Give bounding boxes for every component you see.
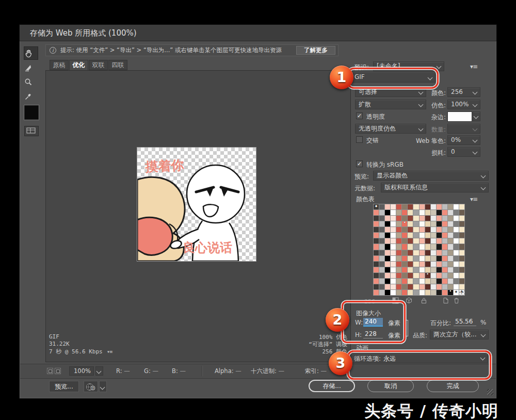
color-swatch[interactable] [391,273,396,278]
color-swatch[interactable] [396,216,401,221]
percent-input[interactable]: 55.56 [454,318,476,326]
color-swatch[interactable] [402,238,407,244]
color-swatch[interactable] [420,290,425,295]
color-swatch[interactable] [459,290,464,295]
color-swatch[interactable] [420,244,425,249]
color-swatch[interactable] [431,238,436,244]
color-swatch[interactable] [420,267,425,272]
color-swatch[interactable] [396,290,401,295]
color-swatch[interactable] [437,238,442,244]
color-swatch[interactable] [454,238,459,244]
color-swatch[interactable] [442,279,447,284]
color-swatch[interactable] [413,290,418,295]
color-swatch[interactable] [396,210,401,215]
web-snap-dropdown[interactable]: 0% [447,135,480,145]
color-swatch[interactable] [413,238,418,244]
tab-original[interactable]: 原稿 [50,60,69,70]
color-swatch[interactable] [402,250,407,255]
color-swatch[interactable] [402,233,407,238]
color-swatch[interactable] [391,238,396,244]
color-swatch[interactable] [448,210,453,215]
color-swatch[interactable] [385,244,390,249]
color-swatch[interactable] [454,216,459,221]
color-swatch[interactable] [391,233,396,238]
color-swatch[interactable] [420,216,425,221]
color-swatch[interactable] [459,250,464,255]
matte-dropdown-button[interactable] [473,111,480,121]
color-swatch[interactable] [391,227,396,232]
color-swatch[interactable] [425,227,430,232]
color-swatch[interactable] [425,290,430,295]
color-swatch[interactable] [448,250,453,255]
color-swatch[interactable] [396,233,401,238]
color-swatch[interactable] [420,250,425,255]
color-swatch[interactable] [374,290,379,295]
color-swatch[interactable] [442,262,447,267]
color-swatch[interactable] [374,233,379,238]
color-swatch[interactable] [391,216,396,221]
save-button[interactable]: 存储... [309,380,355,392]
metadata-dropdown[interactable]: 版权和联系信息 [381,183,489,192]
srgb-checkbox[interactable]: ✓ [356,160,363,167]
color-swatch[interactable] [408,244,413,249]
color-swatch[interactable] [437,279,442,284]
color-swatch[interactable] [425,210,430,215]
color-swatch[interactable] [413,221,418,227]
color-swatch[interactable] [413,273,418,278]
color-swatch[interactable] [385,227,390,232]
color-swatch[interactable] [420,238,425,244]
color-swatch[interactable] [402,244,407,249]
color-swatch[interactable] [385,204,390,209]
color-swatch[interactable] [391,284,396,289]
color-swatch[interactable] [379,210,384,215]
color-swatch[interactable] [454,279,459,284]
color-swatch[interactable] [425,250,430,255]
color-swatch[interactable] [420,227,425,232]
done-button[interactable]: 完成 [427,380,479,392]
color-swatch[interactable] [408,238,413,244]
color-swatch[interactable] [420,262,425,267]
color-swatch[interactable] [402,204,407,209]
preset-flyout-menu-icon[interactable]: ▾≡ [470,63,477,70]
color-swatch[interactable] [431,216,436,221]
color-swatch[interactable] [385,238,390,244]
color-swatch[interactable] [420,221,425,227]
tab-4up[interactable]: 四联 [108,60,127,70]
color-swatch[interactable] [402,284,407,289]
color-swatch[interactable] [442,250,447,255]
color-swatch[interactable] [431,256,436,261]
color-swatch[interactable] [437,273,442,278]
color-swatch[interactable] [396,238,401,244]
color-swatch[interactable] [431,290,436,295]
download-speed-menu-icon[interactable]: ▾≡ [107,349,112,354]
color-swatch[interactable] [374,267,379,272]
color-swatch[interactable] [402,227,407,232]
color-swatch[interactable] [442,244,447,249]
color-swatch[interactable] [442,227,447,232]
color-swatch[interactable] [396,262,401,267]
color-swatch[interactable] [379,238,384,244]
color-swatch[interactable] [385,284,390,289]
color-swatch[interactable] [431,267,436,272]
color-swatch[interactable] [442,267,447,272]
color-swatch[interactable] [374,238,379,244]
color-swatch[interactable] [431,210,436,215]
color-swatch[interactable] [437,233,442,238]
color-swatch[interactable] [420,273,425,278]
color-swatch[interactable] [385,250,390,255]
color-swatch[interactable] [396,279,401,284]
color-swatch[interactable] [385,233,390,238]
color-swatch[interactable] [448,227,453,232]
color-swatch[interactable] [385,267,390,272]
color-swatch[interactable] [459,216,464,221]
delete-color-button[interactable] [453,297,460,304]
color-swatch[interactable] [442,233,447,238]
preview-grid-icon[interactable] [55,368,61,374]
lossy-dropdown[interactable]: 0 [447,147,480,157]
color-swatch[interactable] [459,267,464,272]
color-swatch[interactable] [442,238,447,244]
tab-optimized[interactable]: 优化 [69,60,88,70]
color-swatch[interactable] [374,279,379,284]
color-swatch[interactable] [442,290,447,295]
color-swatch[interactable] [408,256,413,261]
